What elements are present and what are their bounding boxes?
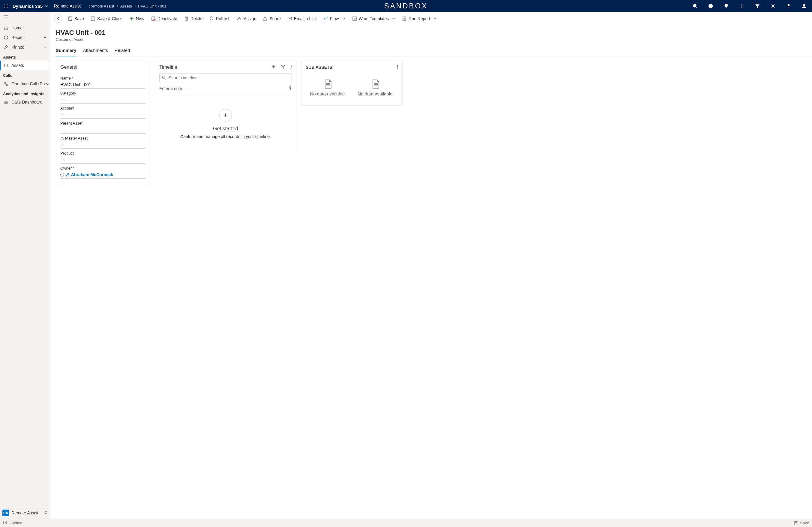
word-templates-button[interactable]: Word Templates bbox=[349, 14, 398, 23]
status-label: Active bbox=[11, 521, 22, 525]
sidebar-item-assets[interactable]: Assets bbox=[0, 61, 50, 70]
tab-attachments[interactable]: Attachments bbox=[83, 46, 108, 56]
svg-line-48 bbox=[165, 79, 166, 80]
svg-rect-31 bbox=[288, 17, 292, 20]
task-icon[interactable] bbox=[705, 1, 716, 11]
field-account[interactable]: Account --- bbox=[60, 106, 145, 118]
breadcrumb-seg-0[interactable]: Remote Assist bbox=[89, 4, 114, 9]
page-title: HVAC Unit - 001 bbox=[56, 29, 807, 37]
form-canvas: General Name* Category --- Account --- bbox=[50, 56, 812, 518]
svg-point-3 bbox=[4, 6, 5, 6]
field-value[interactable]: --- bbox=[60, 155, 145, 163]
svg-rect-21 bbox=[69, 17, 71, 18]
sidebar-item-recent[interactable]: Recent bbox=[0, 33, 50, 42]
save-button[interactable]: Save bbox=[65, 14, 87, 23]
sidebar-item-label: Pinned bbox=[11, 45, 25, 49]
user-icon[interactable] bbox=[799, 1, 810, 11]
back-button[interactable] bbox=[54, 14, 62, 23]
sidebar-app-switcher[interactable]: RA Remote Assist bbox=[0, 507, 50, 518]
plus-icon[interactable] bbox=[736, 1, 747, 11]
cmd-label: Email a Link bbox=[294, 16, 317, 21]
share-button[interactable]: Share bbox=[260, 14, 284, 23]
field-owner[interactable]: Owner* Abraham McCormick bbox=[60, 166, 145, 179]
chevron-down-icon[interactable] bbox=[43, 45, 46, 49]
timeline-add-icon[interactable] bbox=[272, 65, 276, 70]
timeline-search[interactable] bbox=[159, 73, 292, 82]
delete-button[interactable]: Delete bbox=[181, 14, 205, 23]
search-icon bbox=[162, 76, 166, 80]
sidebar-item-onetime-call[interactable]: One-time Call (Previ... bbox=[0, 79, 50, 88]
share-icon bbox=[263, 16, 267, 21]
sidebar-item-home[interactable]: Home bbox=[0, 23, 50, 33]
breadcrumb-seg-2[interactable]: HVAC Unit - 001 bbox=[138, 4, 166, 9]
sidebar-item-label: Home bbox=[11, 26, 23, 30]
status-bar: Active Save bbox=[0, 518, 812, 527]
svg-point-49 bbox=[397, 65, 398, 66]
sidebar-item-calls-dashboard[interactable]: Calls Dashboard bbox=[0, 97, 50, 107]
field-category[interactable]: Category --- bbox=[60, 91, 145, 103]
save-icon bbox=[794, 521, 798, 525]
filter-icon[interactable] bbox=[752, 1, 763, 11]
flow-button[interactable]: Flow bbox=[320, 14, 349, 23]
brand-label[interactable]: Dynamics 365 bbox=[13, 4, 43, 9]
deactivate-button[interactable]: Deactivate bbox=[148, 14, 180, 23]
assign-button[interactable]: Assign bbox=[234, 14, 259, 23]
save-close-button[interactable]: Save & Close bbox=[88, 14, 126, 23]
timeline-search-input[interactable] bbox=[169, 75, 289, 80]
timeline-more-icon[interactable] bbox=[291, 65, 292, 70]
timeline-note-entry[interactable]: Enter a note... bbox=[159, 85, 292, 94]
subassets-more-icon[interactable] bbox=[397, 65, 398, 70]
general-section: General Name* Category --- Account --- bbox=[56, 61, 150, 186]
cmd-label: Save & Close bbox=[97, 16, 123, 21]
cmd-label: Run Report bbox=[408, 16, 430, 21]
section-title: SUB ASSETS bbox=[306, 65, 332, 70]
name-input[interactable] bbox=[60, 82, 145, 87]
trash-icon bbox=[184, 16, 189, 21]
statusbar-save-button[interactable]: Save bbox=[794, 521, 809, 525]
app-launcher-icon[interactable] bbox=[2, 2, 10, 10]
brand-chevron-icon[interactable] bbox=[44, 4, 48, 8]
hamburger-icon[interactable] bbox=[0, 12, 50, 23]
breadcrumb-seg-1[interactable]: Assets bbox=[120, 4, 132, 9]
field-value[interactable]: --- bbox=[60, 126, 145, 133]
chart-icon bbox=[4, 100, 9, 104]
svg-point-50 bbox=[397, 66, 398, 67]
field-product[interactable]: Product --- bbox=[60, 151, 145, 163]
owner-lookup-value[interactable]: Abraham McCormick bbox=[66, 172, 113, 177]
field-name[interactable]: Name* bbox=[60, 76, 145, 88]
timeline-empty-add-icon[interactable]: + bbox=[219, 109, 232, 122]
cmd-label: Share bbox=[270, 16, 280, 21]
timeline-filter-icon[interactable] bbox=[281, 65, 285, 70]
svg-rect-23 bbox=[91, 17, 95, 20]
svg-point-41 bbox=[67, 173, 69, 175]
sidebar-item-pinned[interactable]: Pinned bbox=[0, 42, 50, 52]
attach-icon[interactable] bbox=[288, 86, 292, 91]
svg-rect-24 bbox=[92, 17, 94, 18]
popout-icon[interactable] bbox=[3, 521, 7, 526]
email-link-button[interactable]: Email a Link bbox=[284, 14, 320, 23]
app-name[interactable]: Remote Assist bbox=[54, 4, 81, 9]
field-value[interactable]: --- bbox=[60, 111, 145, 118]
chevron-down-icon[interactable] bbox=[43, 35, 46, 40]
gear-icon[interactable] bbox=[768, 1, 779, 11]
section-title: Timeline bbox=[159, 65, 177, 70]
new-button[interactable]: New bbox=[126, 14, 147, 23]
tab-related[interactable]: Related bbox=[115, 46, 130, 56]
help-icon[interactable] bbox=[783, 1, 794, 11]
report-icon bbox=[402, 16, 407, 21]
search-icon[interactable] bbox=[690, 1, 700, 11]
chevron-right-icon bbox=[134, 4, 136, 9]
cmd-label: Deactivate bbox=[158, 16, 177, 21]
lightbulb-icon[interactable] bbox=[721, 1, 731, 11]
main-area: Save Save & Close New Deactivate Delete … bbox=[50, 12, 812, 518]
svg-point-1 bbox=[6, 4, 6, 5]
pin-icon bbox=[4, 45, 9, 49]
field-parent-asset[interactable]: Parent Asset --- bbox=[60, 121, 145, 133]
refresh-button[interactable]: Refresh bbox=[206, 14, 233, 23]
run-report-button[interactable]: Run Report bbox=[399, 14, 440, 23]
field-label: Product bbox=[60, 151, 74, 155]
field-value[interactable]: --- bbox=[60, 96, 145, 103]
phone-icon bbox=[4, 81, 9, 86]
tab-summary[interactable]: Summary bbox=[56, 46, 76, 56]
field-label: Parent Asset bbox=[60, 121, 83, 126]
